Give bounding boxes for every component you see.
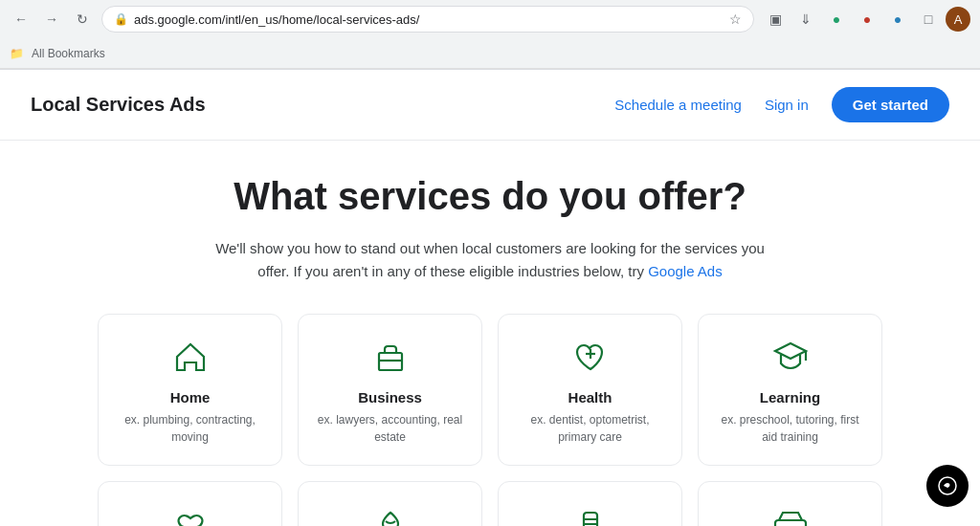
service-examples-business: ex. lawyers, accounting, real estate [314, 411, 466, 446]
lock-icon: 🔒 [114, 12, 128, 26]
back-button[interactable]: ← [10, 8, 33, 31]
service-card-business[interactable]: Business ex. lawyers, accounting, real e… [298, 314, 482, 466]
service-card-beauty[interactable]: Beauty ex. aesthetician, hair stylist, l… [498, 481, 682, 526]
service-card-care[interactable]: Care ex. child care, pet training, anima… [98, 481, 282, 526]
svg-rect-10 [775, 520, 806, 526]
page-content: Local Services Ads Schedule a meeting Si… [0, 70, 980, 526]
svg-marker-4 [775, 343, 806, 359]
url-text: ads.google.com/intl/en_us/home/local-ser… [134, 12, 724, 27]
address-bar[interactable]: 🔒 ads.google.com/intl/en_us/home/local-s… [101, 6, 754, 33]
wellness-icon [368, 501, 413, 526]
browser-chrome: ← → ↻ 🔒 ads.google.com/intl/en_us/home/l… [0, 0, 980, 70]
extension-icon-1[interactable]: ● [823, 6, 850, 33]
reload-button[interactable]: ↻ [71, 8, 94, 31]
bookmark-label: All Bookmarks [32, 47, 105, 60]
get-started-button[interactable]: Get started [832, 87, 949, 122]
extension-icon-2[interactable]: ● [854, 6, 880, 33]
automotive-icon [768, 501, 813, 526]
main-section: What services do you offer? We'll show y… [0, 141, 980, 526]
folder-icon: 📁 [10, 47, 24, 60]
chatgpt-button[interactable] [926, 465, 969, 507]
service-card-home[interactable]: Home ex. plumbing, contracting, moving [98, 314, 282, 466]
service-card-health[interactable]: Health ex. dentist, optometrist, primary… [498, 314, 682, 466]
service-card-automotive[interactable]: Automotive ex. mechanics, installers, bo… [698, 481, 882, 526]
download-icon[interactable]: ⇓ [792, 6, 819, 33]
service-card-learning[interactable]: Learning ex. preschool, tutoring, first … [698, 314, 882, 466]
site-logo: Local Services Ads [31, 94, 206, 116]
star-icon[interactable]: ☆ [729, 11, 742, 27]
beauty-icon [568, 501, 613, 526]
extension-icon-3[interactable]: ● [884, 6, 911, 33]
service-examples-home: ex. plumbing, contracting, moving [114, 411, 266, 446]
service-card-wellness[interactable]: Wellness ex. massage, yoga studio, perso… [298, 481, 482, 526]
service-examples-learning: ex. preschool, tutoring, first aid train… [714, 411, 866, 446]
service-examples-health: ex. dentist, optometrist, primary care [514, 411, 666, 446]
forward-button[interactable]: → [40, 8, 63, 31]
care-icon [167, 501, 213, 526]
bookmarks-bar: 📁 All Bookmarks [0, 38, 980, 69]
schedule-meeting-link[interactable]: Schedule a meeting [614, 97, 742, 113]
services-grid: Home ex. plumbing, contracting, moving B… [78, 314, 902, 526]
profile-icon[interactable]: A [946, 7, 970, 32]
page-subtitle: We'll show you how to stand out when loc… [212, 237, 768, 283]
home-icon [167, 334, 213, 380]
service-name-health: Health [514, 389, 666, 405]
site-nav: Schedule a meeting Sign in Get started [614, 87, 949, 122]
tab-icon[interactable]: ▣ [762, 6, 789, 33]
site-header: Local Services Ads Schedule a meeting Si… [0, 70, 980, 141]
business-icon [368, 334, 413, 380]
service-name-business: Business [314, 389, 466, 405]
sign-in-link[interactable]: Sign in [765, 97, 809, 113]
health-icon [568, 334, 613, 380]
browser-toolbar: ← → ↻ 🔒 ads.google.com/intl/en_us/home/l… [0, 0, 980, 38]
toolbar-icons: ▣ ⇓ ● ● ● □ A [762, 6, 970, 33]
page-title: What services do you offer? [19, 175, 961, 218]
extension-icon-4[interactable]: □ [915, 6, 942, 33]
google-ads-link[interactable]: Google Ads [648, 263, 723, 279]
service-name-home: Home [114, 389, 266, 405]
service-name-learning: Learning [714, 389, 866, 405]
learning-icon [768, 334, 813, 380]
